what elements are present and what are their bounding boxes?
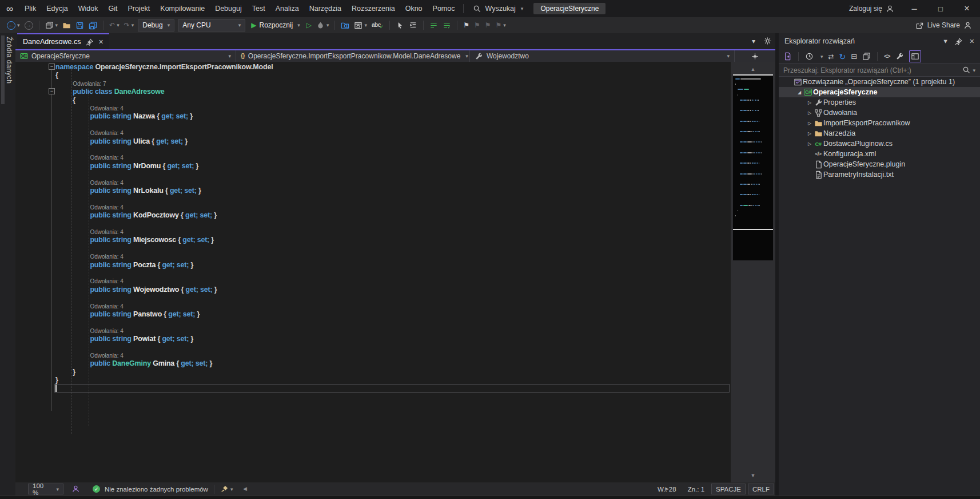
fold-collapse-icon[interactable]: − [49, 64, 55, 70]
codelens-references[interactable]: Odwołania: 4 [90, 105, 123, 112]
next-bookmark-button[interactable]: ⚑ [483, 18, 493, 32]
tab-daneadresowe[interactable]: DaneAdresowe.cs × [17, 33, 109, 49]
switch-views-icon[interactable]: ⇄ [828, 53, 834, 60]
codelens-references[interactable]: Odwołania: 4 [90, 352, 123, 359]
preview-selected-items-toggle[interactable] [909, 50, 921, 62]
hot-reload-button[interactable]: ▾ [314, 18, 332, 32]
scroll-left-icon[interactable]: ◀ [243, 486, 247, 492]
minimize-button[interactable]: ─ [901, 0, 927, 17]
refresh-icon[interactable]: ↻ [839, 53, 846, 61]
properties-icon[interactable] [895, 52, 904, 61]
sign-in-button[interactable]: Zaloguj się [842, 5, 901, 13]
save-button[interactable] [73, 18, 86, 32]
menu-analiza[interactable]: Analiza [270, 0, 304, 17]
horizontal-scrollbar[interactable]: ◀ ▶ [243, 482, 669, 496]
pending-changes-filter-icon[interactable] [805, 52, 814, 61]
close-icon[interactable]: × [970, 37, 974, 46]
menu-widok[interactable]: Widok [73, 0, 103, 17]
view-code-icon[interactable]: <> [884, 54, 890, 60]
tree-item-file-konfiguracja[interactable]: </>Konfiguracja.xml [779, 149, 980, 159]
solution-platform-dropdown[interactable]: Any CPU▾ [178, 19, 245, 31]
scroll-down-icon[interactable]: ▼ [731, 473, 775, 478]
pin-icon[interactable] [85, 38, 94, 46]
codelens-references[interactable]: Odwołania: 4 [90, 154, 123, 161]
project-dropdown[interactable]: C# OperacjeSferyczne ▾ [15, 50, 236, 62]
tree-item-file-dostawcapluginow[interactable]: ▷C#DostawcaPluginow.cs [779, 138, 980, 149]
editor-scrollbar-map[interactable]: ▲ ▼ [731, 62, 775, 482]
fold-collapse-icon[interactable]: − [49, 88, 55, 94]
codelens-references[interactable]: Odwołania: 4 [90, 129, 123, 137]
menu-test[interactable]: Test [247, 0, 270, 17]
undo-button[interactable]: ↶▾ [107, 18, 122, 32]
pin-icon[interactable] [954, 37, 963, 46]
tree-item-project-operacjesferyczne[interactable]: ◢C#OperacjeSferyczne [779, 87, 980, 97]
codelens-references[interactable]: Odwołania: 4 [90, 228, 123, 236]
search-button[interactable]: Wyszukaj ▾ [467, 5, 529, 13]
problems-message[interactable]: Nie znaleziono żadnych problemów [105, 486, 208, 493]
launch-profile-button[interactable]: OperacjeSferyczne [533, 3, 605, 14]
zoom-dropdown[interactable]: 100 %▾ [28, 484, 63, 494]
menu-rozszerzenia[interactable]: Rozszerzenia [346, 0, 400, 17]
start-without-debugging-button[interactable]: ▷ [304, 18, 314, 32]
gear-icon[interactable] [763, 37, 772, 45]
previous-bookmark-button[interactable]: ⚑ [472, 18, 483, 32]
solution-configuration-dropdown[interactable]: Debug▾ [138, 19, 174, 31]
type-dropdown[interactable]: {} OperacjeSferyczne.ImportEksportPracow… [236, 50, 470, 62]
find-in-files-button[interactable] [338, 18, 352, 32]
collapsed-arrow-icon[interactable]: ▷ [806, 141, 813, 146]
tree-item-references[interactable]: ▷Odwołania [779, 108, 980, 118]
split-editor-button[interactable] [735, 50, 775, 62]
spell-check-button[interactable]: abc✓ [369, 18, 386, 32]
toggle-bookmark-button[interactable]: ⚑ [461, 18, 472, 32]
minimap[interactable] [733, 74, 773, 260]
data-sources-vertical-tab[interactable]: Źródła danych [5, 37, 13, 84]
solution-explorer-search[interactable]: Przeszukaj: Eksplorator rozwiązań (Ctrl+… [779, 64, 980, 77]
menu-okno[interactable]: Okno [400, 0, 428, 17]
menu-projekt[interactable]: Projekt [122, 0, 155, 17]
new-project-button[interactable]: ▾ [43, 18, 61, 32]
collapsed-arrow-icon[interactable]: ▷ [806, 100, 813, 105]
code-cleanup-broom-icon[interactable] [220, 485, 229, 493]
codelens-references[interactable]: Odwołania: 4 [90, 179, 123, 187]
code-editor[interactable]: namespace OperacjeSferyczne.ImportEkspor… [15, 62, 731, 482]
tab-list-chevron-icon[interactable]: ▾ [752, 37, 755, 45]
menu-narzędzia[interactable]: Narzędzia [304, 0, 346, 17]
save-all-button[interactable] [86, 18, 99, 32]
member-dropdown[interactable]: Wojewodztwo ▾ [470, 50, 735, 62]
collapsed-arrow-icon[interactable]: ▷ [806, 110, 813, 116]
start-debugging-button[interactable]: ▶ Rozpocznij ▾ [247, 21, 304, 29]
collapsed-arrow-icon[interactable]: ▷ [806, 121, 813, 126]
open-file-button[interactable] [60, 18, 73, 32]
codelens-references[interactable]: Odwołania: 4 [90, 204, 123, 211]
live-share-button[interactable]: Live Share [915, 21, 980, 30]
tree-item-solution[interactable]: Rozwiązanie „OperacjeSferyczne” (1 proje… [779, 77, 980, 87]
eol-indicator[interactable]: CRLF [748, 484, 774, 494]
navigate-backward-button[interactable]: ←▾ [5, 18, 22, 32]
codelens-references[interactable]: Odwołania: 4 [90, 253, 123, 260]
comment-button[interactable] [427, 18, 440, 32]
collapse-all-icon[interactable]: ⊟ [851, 53, 857, 60]
tree-item-file-parametryinstalacji[interactable]: ParametryInstalacji.txt [779, 169, 980, 180]
show-all-files-icon[interactable] [862, 52, 871, 61]
close-button[interactable]: × [954, 0, 980, 17]
codelens-references[interactable]: Odwołania: 4 [90, 327, 123, 335]
scroll-up-icon[interactable]: ▲ [731, 66, 775, 72]
tree-item-file-plugin[interactable]: OperacjeSferyczne.plugin [779, 159, 980, 169]
menu-edycja[interactable]: Edycja [41, 0, 73, 17]
codelens-references[interactable]: Odwołania: 4 [90, 278, 123, 285]
feedback-icon[interactable] [71, 485, 80, 493]
tree-item-properties[interactable]: ▷Properties [779, 97, 980, 108]
tree-item-folder-importeksportpracownikow[interactable]: ▷ImportEksportPracownikow [779, 118, 980, 128]
collapsed-arrow-icon[interactable]: ▷ [806, 131, 813, 136]
expanded-arrow-icon[interactable]: ◢ [796, 90, 803, 95]
codelens-references[interactable]: Odwołania: 4 [90, 303, 123, 310]
selection-button[interactable] [393, 18, 407, 32]
tab-close-icon[interactable]: × [98, 38, 103, 46]
clear-bookmarks-button[interactable]: ⚑▾ [493, 18, 508, 32]
navigate-forward-button[interactable]: → [22, 18, 35, 32]
menu-kompilowanie[interactable]: Kompilowanie [155, 0, 210, 17]
maximize-button[interactable]: □ [927, 0, 954, 17]
codelens-references[interactable]: Odwołania: 7 [73, 80, 106, 88]
sync-with-active-document-icon[interactable] [783, 52, 792, 61]
menu-plik[interactable]: Plik [19, 0, 41, 17]
